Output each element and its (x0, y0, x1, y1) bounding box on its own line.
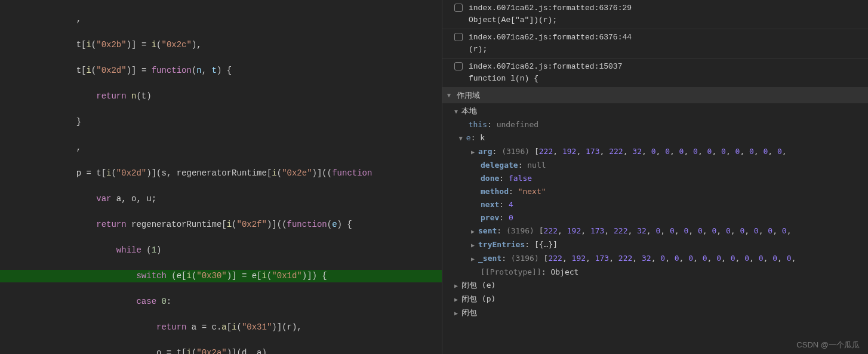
code-line: , (0, 13, 442, 26)
scope-closure[interactable]: 闭包 (442, 306, 868, 320)
scope-prop-sent[interactable]: sent: (3196) [222, 192, 173, 222, 32, 0,… (442, 224, 868, 238)
breakpoint-checkbox[interactable] (454, 33, 463, 41)
debugger-panel: index.6071ca62.js:formatted:6376:29 Obje… (442, 0, 868, 354)
call-stack: index.6071ca62.js:formatted:6376:29 Obje… (442, 0, 868, 88)
scope-closure[interactable]: 闭包 (e) (442, 279, 868, 293)
code-line: return regeneratorRuntime[i("0x2f")]((fu… (0, 218, 442, 232)
stack-file: index.6071ca62.js:formatted:6376:44 (469, 32, 632, 44)
scope-prop-delegate[interactable]: delegate: null (442, 159, 868, 172)
scope-prop-method[interactable]: method: "next" (442, 185, 868, 198)
scope-closure[interactable]: 闭包 (p) (442, 293, 868, 306)
chevron-right-icon (471, 239, 478, 252)
scope-variable-e[interactable]: e: k (442, 131, 868, 145)
scope-prop-next[interactable]: next: 4 (442, 198, 868, 211)
breakpoint-checkbox[interactable] (454, 4, 463, 12)
chevron-right-icon (454, 307, 461, 320)
chevron-down-icon (447, 93, 454, 99)
watermark: CSDN @一个瓜瓜 (796, 340, 860, 350)
stack-snippet: function l(n) { (469, 73, 622, 85)
scope-prop-tryentries[interactable]: tryEntries: [{…}] (442, 238, 868, 252)
scope-header[interactable]: 作用域 (442, 88, 868, 103)
code-line: , (0, 141, 442, 155)
code-line: t[i("0x2d")] = function(n, t) { (0, 64, 442, 78)
stack-file: index.6071ca62.js:formatted:15037 (469, 61, 622, 73)
scope-this[interactable]: this: undefined (442, 118, 868, 131)
code-line: var a, o, u; (0, 193, 442, 206)
scope-prop-arg[interactable]: arg: (3196) [222, 192, 173, 222, 32, 0, … (442, 145, 868, 159)
stack-snippet: (r); (469, 44, 632, 56)
code-line-highlighted: switch (e[i("0x30")] = e[i("0x1d")]) { (0, 270, 442, 283)
stack-frame[interactable]: index.6071ca62.js:formatted:6376:29 Obje… (442, 0, 868, 29)
code-line: return a = c.a[i("0x31")](r), (0, 321, 442, 334)
chevron-down-icon (459, 132, 466, 145)
scope-prop-prev[interactable]: prev: 0 (442, 211, 868, 224)
stack-snippet: Object(Ae["a"])(r); (469, 14, 632, 26)
scope-prop-sent2[interactable]: _sent: (3196) [222, 192, 173, 222, 32, 0… (442, 252, 868, 266)
code-line: t[i("0x2b")] = i("0x2c"), (0, 39, 442, 52)
code-line: return n(t) (0, 90, 442, 103)
stack-frame[interactable]: index.6071ca62.js:formatted:6376:44 (r); (442, 29, 868, 59)
chevron-down-icon (454, 105, 461, 118)
code-line: case 0: (0, 295, 442, 309)
scope-header-label: 作用域 (457, 90, 480, 101)
chevron-right-icon (454, 293, 461, 306)
chevron-right-icon (471, 253, 478, 266)
code-editor[interactable]: , t[i("0x2b")] = i("0x2c"), t[i("0x2d")]… (0, 0, 442, 354)
chevron-right-icon (471, 146, 478, 159)
scope-body: 本地 this: undefined e: k arg: (3196) [222… (442, 103, 868, 322)
stack-frame[interactable]: index.6071ca62.js:formatted:15037 functi… (442, 59, 868, 88)
stack-file: index.6071ca62.js:formatted:6376:29 (469, 2, 632, 14)
scope-prop-proto[interactable]: [[Prototype]]: Object (442, 266, 868, 279)
code-line: } (0, 116, 442, 129)
chevron-right-icon (454, 279, 461, 293)
chevron-right-icon (471, 225, 478, 238)
scope-prop-done[interactable]: done: false (442, 172, 868, 185)
scope-local[interactable]: 本地 (442, 104, 868, 118)
code-line: while (1) (0, 244, 442, 257)
code-line: p = t[i("0x2d")](s, regeneratorRuntime[i… (0, 167, 442, 180)
code-line: o = t[i("0x2a")](d, a), (0, 347, 442, 355)
breakpoint-checkbox[interactable] (454, 62, 463, 70)
